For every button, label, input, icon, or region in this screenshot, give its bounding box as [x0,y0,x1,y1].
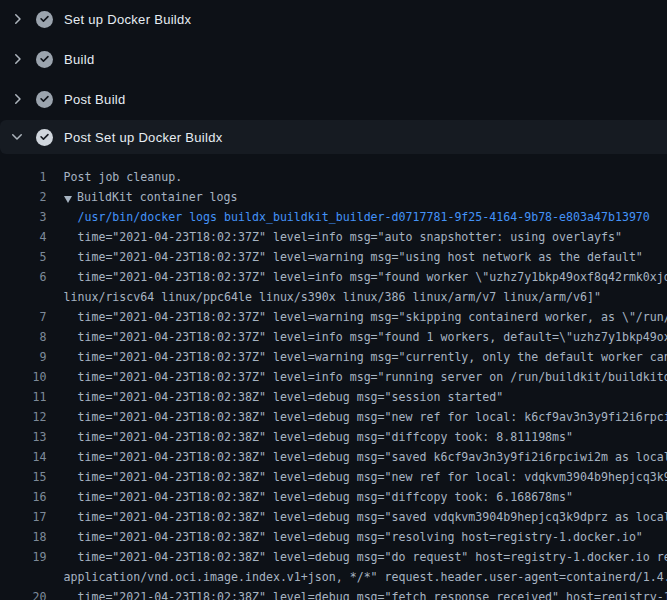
chevron-right-icon [9,91,25,107]
log-line-number[interactable]: 19 [0,547,47,567]
log-line-continuation: application/vnd.oci.image.index.v1+json,… [0,567,667,587]
log-line-text: time="2021-04-23T18:02:37Z" level=info m… [64,327,667,347]
log-line-number[interactable]: 13 [0,427,47,447]
log-line: 19 time="2021-04-23T18:02:38Z" level=deb… [0,547,667,567]
log-line-text: time="2021-04-23T18:02:38Z" level=debug … [64,527,667,547]
log-line: 3 /usr/bin/docker logs buildx_buildkit_b… [0,207,667,227]
log-line: 16 time="2021-04-23T18:02:38Z" level=deb… [0,487,667,507]
log-line-continuation: linux/riscv64 linux/ppc64le linux/s390x … [0,287,667,307]
log-line-text: time="2021-04-23T18:02:38Z" level=debug … [64,487,667,507]
step-label: Build [64,52,94,67]
log-line-number[interactable]: 7 [0,307,47,327]
log-line: 18 time="2021-04-23T18:02:38Z" level=deb… [0,527,667,547]
log-line-text: application/vnd.oci.image.index.v1+json,… [64,567,667,587]
check-circle-icon [36,51,53,68]
log-line: 11 time="2021-04-23T18:02:38Z" level=deb… [0,387,667,407]
log-line: 20 time="2021-04-23T18:02:38Z" level=deb… [0,587,667,600]
log-line-text: time="2021-04-23T18:02:37Z" level=info m… [64,267,667,287]
log-line: 14 time="2021-04-23T18:02:38Z" level=deb… [0,447,667,467]
check-circle-icon [36,11,53,28]
log-line-number[interactable]: 17 [0,507,47,527]
log-line-number[interactable]: 6 [0,267,47,287]
log-line-number[interactable]: 11 [0,387,47,407]
log-line: 10 time="2021-04-23T18:02:37Z" level=inf… [0,367,667,387]
log-line-number[interactable]: 4 [0,227,47,247]
steps-list: Set up Docker Buildx Build Post Build Po… [0,0,667,154]
step-label: Post Set up Docker Buildx [64,130,223,145]
log-line-text: time="2021-04-23T18:02:38Z" level=debug … [64,407,667,427]
log-line-text: time="2021-04-23T18:02:38Z" level=debug … [64,387,667,407]
log-line-text: time="2021-04-23T18:02:38Z" level=debug … [64,427,667,447]
log-line-number[interactable]: 9 [0,347,47,367]
group-collapse-triangle-icon[interactable] [64,196,72,203]
chevron-right-icon [9,11,25,27]
log-line-text: time="2021-04-23T18:02:37Z" level=info m… [64,227,667,247]
log-line-text: time="2021-04-23T18:02:38Z" level=debug … [64,507,667,527]
log-line-number[interactable]: 8 [0,327,47,347]
step-header-build[interactable]: Build [0,40,667,80]
log-viewer: 1Post job cleanup.2BuildKit container lo… [0,154,667,600]
log-line-number[interactable]: 15 [0,467,47,487]
log-line-number[interactable]: 14 [0,447,47,467]
log-line-text: time="2021-04-23T18:02:37Z" level=warnin… [64,247,667,267]
log-line: 5 time="2021-04-23T18:02:37Z" level=warn… [0,247,667,267]
chevron-right-icon [9,51,25,67]
step-label: Set up Docker Buildx [64,12,191,27]
log-line-text: time="2021-04-23T18:02:38Z" level=debug … [64,547,667,567]
log-line-text: Post job cleanup. [64,167,667,187]
step-header-post-set-up-docker-buildx[interactable]: Post Set up Docker Buildx [0,120,667,154]
log-line-number[interactable]: 3 [0,207,47,227]
log-line-text: time="2021-04-23T18:02:37Z" level=warnin… [64,347,667,367]
log-line-text: BuildKit container logs [64,187,667,207]
log-line: 7 time="2021-04-23T18:02:37Z" level=warn… [0,307,667,327]
log-line: 6 time="2021-04-23T18:02:37Z" level=info… [0,267,667,287]
check-circle-icon [36,91,53,108]
log-line: 4 time="2021-04-23T18:02:37Z" level=info… [0,227,667,247]
log-line-number[interactable]: 20 [0,587,47,600]
log-line: 15 time="2021-04-23T18:02:38Z" level=deb… [0,467,667,487]
log-line: 9 time="2021-04-23T18:02:37Z" level=warn… [0,347,667,367]
log-line: 8 time="2021-04-23T18:02:37Z" level=info… [0,327,667,347]
chevron-down-icon [9,129,25,145]
log-line-text: time="2021-04-23T18:02:37Z" level=info m… [64,367,667,387]
log-line-number[interactable]: 10 [0,367,47,387]
log-line-text: time="2021-04-23T18:02:38Z" level=debug … [64,587,667,600]
log-line: 17 time="2021-04-23T18:02:38Z" level=deb… [0,507,667,527]
step-header-set-up-docker-buildx[interactable]: Set up Docker Buildx [0,0,667,40]
log-line-text: time="2021-04-23T18:02:38Z" level=debug … [64,467,667,487]
log-line-number[interactable]: 16 [0,487,47,507]
log-line-text: linux/riscv64 linux/ppc64le linux/s390x … [64,287,667,307]
step-label: Post Build [64,92,126,107]
log-line-number[interactable]: 1 [0,167,47,187]
log-line: 13 time="2021-04-23T18:02:38Z" level=deb… [0,427,667,447]
log-command-text: /usr/bin/docker logs buildx_buildkit_bui… [64,207,667,227]
log-line-number[interactable]: 18 [0,527,47,547]
log-line-number[interactable]: 5 [0,247,47,267]
log-line: 1Post job cleanup. [0,167,667,187]
group-title[interactable]: BuildKit container logs [77,190,238,204]
step-header-post-build[interactable]: Post Build [0,80,667,120]
log-line: 12 time="2021-04-23T18:02:38Z" level=deb… [0,407,667,427]
log-line-text: time="2021-04-23T18:02:38Z" level=debug … [64,447,667,467]
log-line-text: time="2021-04-23T18:02:37Z" level=warnin… [64,307,667,327]
log-line: 2BuildKit container logs [0,187,667,207]
check-circle-icon [36,129,53,146]
log-line-number[interactable]: 2 [0,187,47,207]
log-line-number[interactable]: 12 [0,407,47,427]
